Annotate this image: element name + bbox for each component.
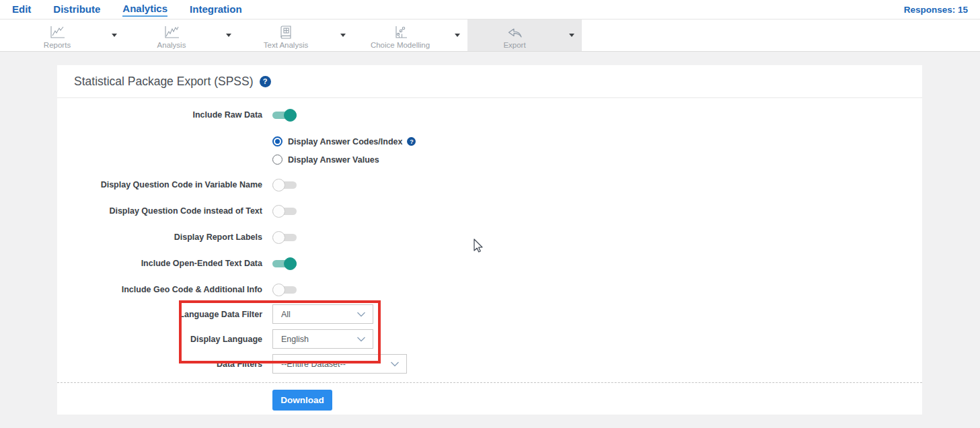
geo-code-toggle[interactable] [272, 286, 297, 294]
analysis-button[interactable]: Analysis [124, 22, 219, 49]
nav-item-distribute[interactable]: Distribute [53, 3, 100, 16]
toggle-knob [272, 284, 285, 296]
setting-label: Display Question Code in Variable Name [57, 180, 262, 189]
setting-row-language-data-filter: Language Data Filter All [57, 304, 922, 324]
setting-label: Include Geo Code & Additional Info [57, 285, 262, 294]
nav-item-edit[interactable]: Edit [12, 3, 31, 16]
setting-row-geo-code: Include Geo Code & Additional Info [57, 282, 922, 298]
export-dropdown-caret[interactable] [562, 34, 582, 37]
toggle-knob [272, 231, 285, 244]
question-code-text-toggle[interactable] [272, 208, 297, 215]
choice-modelling-dropdown-caret[interactable] [447, 34, 467, 37]
text-analysis-document-icon [278, 25, 294, 40]
analysis-dropdown-caret[interactable] [219, 34, 239, 37]
text-analysis-label: Text Analysis [264, 41, 308, 49]
setting-label: Language Data Filter [57, 310, 262, 319]
chevron-down-icon [356, 312, 366, 317]
toolbar-group-reports: Reports [10, 19, 124, 51]
text-analysis-button[interactable]: Text Analysis [239, 22, 333, 49]
mouse-cursor [472, 238, 484, 257]
spss-export-panel: Statistical Package Export (SPSS) ? Incl… [57, 65, 922, 415]
setting-label: Include Open-Ended Text Data [57, 259, 262, 268]
select-value: English [281, 335, 356, 344]
setting-label: Display Question Code instead of Text [57, 206, 262, 216]
reports-label: Reports [44, 41, 71, 49]
reports-line-chart-icon [48, 25, 66, 40]
toggle-knob [284, 109, 297, 122]
report-labels-toggle[interactable] [272, 234, 297, 241]
dashed-divider [57, 382, 922, 383]
toolbar-group-text-analysis: Text Analysis [239, 19, 353, 51]
setting-row-report-labels: Display Report Labels [57, 229, 922, 245]
setting-row-display-language: Display Language English [57, 329, 922, 349]
caret-down-icon [340, 34, 346, 37]
setting-label: Display Language [57, 335, 262, 344]
setting-row-question-code-variable: Display Question Code in Variable Name [57, 177, 922, 193]
reports-button[interactable]: Reports [10, 22, 104, 49]
panel-body: Include Raw Data Display Answer Codes/In… [57, 98, 922, 411]
radio-label: Display Answer Values [288, 155, 379, 165]
question-code-variable-toggle[interactable] [272, 181, 297, 189]
choice-modelling-scatter-icon [392, 25, 408, 40]
top-nav-bar: Edit Distribute Analytics Integration Re… [0, 0, 980, 19]
setting-row-data-filters: Data Filters --Entire Dataset-- [57, 354, 922, 374]
setting-label: Display Report Labels [57, 232, 262, 242]
setting-row-include-raw-data: Include Raw Data [57, 107, 922, 123]
analysis-label: Analysis [157, 41, 186, 49]
toggle-knob [272, 179, 285, 191]
toggle-knob [284, 257, 297, 270]
radio-button-icon [272, 136, 282, 146]
language-data-filter-select[interactable]: All [272, 304, 373, 324]
answer-codes-help-icon[interactable]: ? [407, 137, 416, 146]
analytics-toolbar: Reports Analysis [0, 19, 980, 52]
radio-display-answer-values[interactable]: Display Answer Values [272, 151, 922, 169]
toolbar-group-choice-modelling: Choice Modelling [353, 19, 467, 51]
nav-item-analytics[interactable]: Analytics [122, 3, 167, 17]
setting-row-question-code-text: Display Question Code instead of Text [57, 203, 922, 219]
nav-item-integration[interactable]: Integration [190, 3, 242, 16]
download-button[interactable]: Download [272, 390, 332, 411]
open-ended-text-toggle[interactable] [272, 260, 297, 267]
caret-down-icon [112, 34, 117, 37]
toolbar-group-analysis: Analysis [124, 19, 239, 51]
choice-modelling-label: Choice Modelling [371, 41, 430, 49]
chevron-down-icon [390, 361, 400, 367]
export-arrow-icon [506, 25, 523, 40]
radio-button-icon [272, 155, 282, 165]
select-value: All [281, 310, 356, 319]
data-filters-select[interactable]: --Entire Dataset-- [272, 354, 407, 374]
include-raw-data-toggle[interactable] [272, 112, 297, 119]
text-analysis-dropdown-caret[interactable] [333, 34, 353, 37]
responses-count[interactable]: Responses: 15 [904, 5, 968, 15]
caret-down-icon [569, 34, 574, 37]
reports-dropdown-caret[interactable] [104, 34, 124, 37]
language-settings-group: Language Data Filter All Display Languag… [57, 304, 922, 349]
radio-display-answer-codes[interactable]: Display Answer Codes/Index ? [272, 132, 922, 151]
caret-down-icon [226, 34, 231, 37]
display-language-select[interactable]: English [272, 329, 373, 349]
export-button[interactable]: Export [467, 22, 562, 49]
analysis-line-chart-icon [163, 25, 180, 40]
title-help-icon[interactable]: ? [260, 76, 271, 87]
radio-label: Display Answer Codes/Index [288, 137, 402, 146]
caret-down-icon [455, 34, 460, 37]
setting-row-open-ended-text: Include Open-Ended Text Data [57, 255, 922, 271]
setting-label: Include Raw Data [57, 110, 262, 120]
toggle-knob [272, 205, 285, 218]
toolbar-group-export: Export [467, 19, 582, 51]
select-value: --Entire Dataset-- [281, 359, 390, 369]
chevron-down-icon [356, 337, 366, 342]
answer-display-radio-group: Display Answer Codes/Index ? Display Ans… [57, 132, 922, 169]
page-title: Statistical Package Export (SPSS) [74, 75, 254, 89]
choice-modelling-button[interactable]: Choice Modelling [353, 22, 447, 49]
setting-label: Data Filters [57, 359, 262, 369]
panel-header: Statistical Package Export (SPSS) ? [57, 65, 922, 98]
export-label: Export [503, 41, 525, 49]
